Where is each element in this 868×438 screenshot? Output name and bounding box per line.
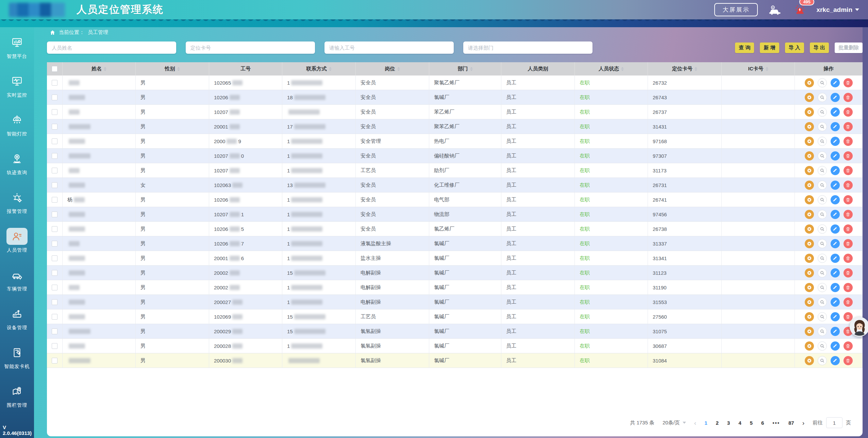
- view-button[interactable]: [818, 195, 827, 204]
- row-checkbox[interactable]: [52, 343, 57, 349]
- edit-button[interactable]: [831, 327, 840, 336]
- delete-button[interactable]: [844, 254, 853, 263]
- bind-card-button[interactable]: [805, 341, 814, 351]
- delete-button[interactable]: [844, 151, 853, 161]
- table-row[interactable]: 男102071工艺员助剂厂员工在职31173: [47, 163, 863, 178]
- row-checkbox[interactable]: [52, 299, 57, 305]
- edit-button[interactable]: [831, 93, 840, 102]
- edit-button[interactable]: [831, 107, 840, 117]
- edit-button[interactable]: [831, 224, 840, 234]
- big-screen-button[interactable]: 大屏展示: [714, 3, 758, 16]
- delete-button[interactable]: [844, 195, 853, 204]
- page-button[interactable]: 5: [750, 420, 753, 426]
- bind-card-button[interactable]: [805, 122, 814, 131]
- edit-button[interactable]: [831, 195, 840, 204]
- sidebar-item-realtime-monitor[interactable]: 实时监控: [0, 66, 34, 105]
- row-checkbox[interactable]: [52, 212, 57, 217]
- view-button[interactable]: [818, 151, 827, 161]
- view-button[interactable]: [818, 166, 827, 175]
- delete-button[interactable]: [844, 137, 853, 146]
- bind-card-button[interactable]: [805, 254, 814, 263]
- table-row[interactable]: 男2000161盐水主操氯碱厂员工在职31341: [47, 251, 863, 266]
- table-row[interactable]: 男200091安全管理热电厂员工在职97168: [47, 134, 863, 149]
- user-menu[interactable]: xrkc_admin: [816, 6, 859, 14]
- bind-card-button[interactable]: [805, 210, 814, 219]
- delete-button[interactable]: [844, 181, 853, 190]
- bind-card-button[interactable]: [805, 283, 814, 292]
- row-checkbox[interactable]: [52, 226, 57, 232]
- page-button[interactable]: 1: [704, 420, 707, 426]
- delete-button[interactable]: [844, 122, 853, 131]
- delete-button[interactable]: [844, 356, 853, 365]
- edit-button[interactable]: [831, 151, 840, 161]
- edit-button[interactable]: [831, 268, 840, 277]
- bind-card-button[interactable]: [805, 151, 814, 161]
- view-button[interactable]: [818, 239, 827, 248]
- bind-card-button[interactable]: [805, 137, 814, 146]
- row-checkbox[interactable]: [52, 358, 57, 364]
- table-row[interactable]: 杨男102061安全员电气部员工在职26741: [47, 192, 863, 207]
- sort-caret-icon[interactable]: [329, 67, 332, 71]
- table-row[interactable]: 男1020618安全员氯碱厂员工在职26743: [47, 90, 863, 105]
- table-row[interactable]: 男1020711安全员物流部员工在职97456: [47, 207, 863, 222]
- bind-card-button[interactable]: [805, 312, 814, 321]
- delete-button[interactable]: [844, 166, 853, 175]
- edit-button[interactable]: [831, 137, 840, 146]
- table-row[interactable]: 男200030氯氢副操氯碱厂员工在职31084: [47, 353, 863, 368]
- table-row[interactable]: 男1020671液氯盐酸主操氯碱厂员工在职31337: [47, 236, 863, 251]
- table-row[interactable]: 男1020651安全员氯乙烯厂员工在职26738: [47, 222, 863, 236]
- page-size-select[interactable]: 20条/页: [663, 420, 686, 426]
- delete-button[interactable]: [844, 239, 853, 248]
- row-checkbox[interactable]: [52, 124, 57, 130]
- table-row[interactable]: 男1020651安全员聚氯乙烯厂员工在职26732: [47, 75, 863, 90]
- assistant-avatar[interactable]: [850, 317, 868, 337]
- view-button[interactable]: [818, 78, 827, 87]
- edit-button[interactable]: [831, 239, 840, 248]
- prev-page-button[interactable]: ‹: [694, 420, 696, 426]
- table-row[interactable]: 女10206313安全员化工维修厂员工在职26731: [47, 178, 863, 192]
- view-button[interactable]: [818, 327, 827, 336]
- header-select-cell[interactable]: [47, 62, 63, 75]
- table-row[interactable]: 男200021电解副操氯碱厂员工在职31190: [47, 280, 863, 295]
- page-button[interactable]: 6: [761, 420, 764, 426]
- name-filter-input[interactable]: [47, 41, 176, 54]
- view-button[interactable]: [818, 283, 827, 292]
- row-checkbox[interactable]: [52, 328, 57, 334]
- page-button[interactable]: 4: [738, 420, 741, 426]
- view-button[interactable]: [818, 268, 827, 277]
- sort-caret-icon[interactable]: [397, 67, 400, 71]
- delete-button[interactable]: [844, 78, 853, 87]
- row-checkbox[interactable]: [52, 95, 57, 100]
- sort-caret-icon[interactable]: [621, 67, 624, 71]
- vehicle-icon[interactable]: [768, 5, 784, 15]
- delete-button[interactable]: [844, 341, 853, 351]
- sort-caret-icon[interactable]: [470, 67, 473, 71]
- column-header[interactable]: 性别: [136, 62, 209, 75]
- sort-caret-icon[interactable]: [104, 67, 106, 71]
- table-row[interactable]: 男10206915工艺员氯碱厂员工在职27560: [47, 309, 863, 324]
- delete-button[interactable]: [844, 107, 853, 117]
- row-checkbox[interactable]: [52, 270, 57, 276]
- table-row[interactable]: 男1020701安全员偏硅酸钠厂员工在职97307: [47, 149, 863, 163]
- sort-caret-icon[interactable]: [766, 67, 768, 71]
- export-button[interactable]: 导 出: [810, 43, 829, 53]
- column-header[interactable]: 岗位: [356, 62, 429, 75]
- edit-button[interactable]: [831, 181, 840, 190]
- bind-card-button[interactable]: [805, 93, 814, 102]
- sidebar-item-card-dispenser[interactable]: 智能发卡机: [0, 337, 34, 376]
- view-button[interactable]: [818, 210, 827, 219]
- view-button[interactable]: [818, 254, 827, 263]
- sidebar-item-vehicle[interactable]: 车辆管理: [0, 260, 34, 299]
- select-all-checkbox[interactable]: [52, 66, 57, 72]
- edit-button[interactable]: [831, 341, 840, 351]
- column-header[interactable]: 定位卡号: [648, 62, 722, 75]
- card-filter-input[interactable]: [186, 41, 315, 54]
- table-row[interactable]: 男2000215电解副操氯碱厂员工在职31123: [47, 266, 863, 280]
- edit-button[interactable]: [831, 166, 840, 175]
- import-button[interactable]: 导 入: [785, 43, 804, 53]
- bind-card-button[interactable]: [805, 327, 814, 336]
- column-header[interactable]: IC卡号: [722, 62, 795, 75]
- sidebar-item-smart-light[interactable]: 智能灯控: [0, 105, 34, 144]
- bind-card-button[interactable]: [805, 268, 814, 277]
- view-button[interactable]: [818, 93, 827, 102]
